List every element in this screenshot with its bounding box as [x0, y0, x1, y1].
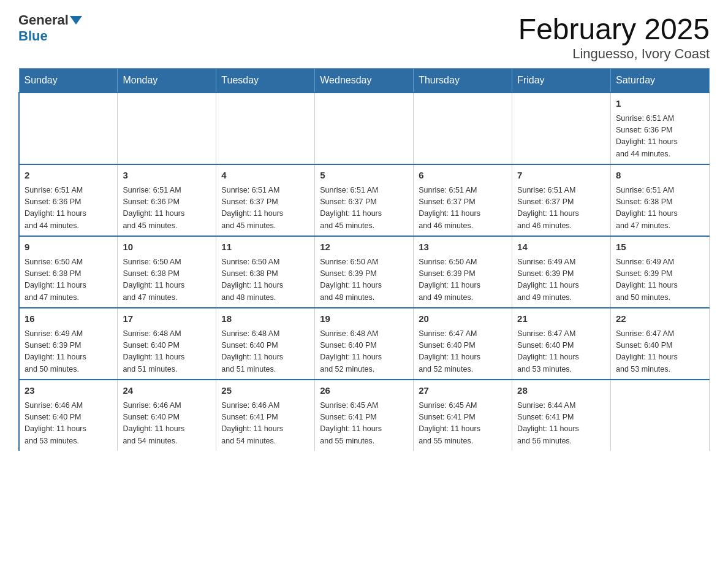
calendar-cell: 27Sunrise: 6:45 AM Sunset: 6:41 PM Dayli… [414, 380, 512, 451]
calendar-cell [512, 93, 611, 164]
calendar-cell [611, 380, 710, 451]
day-info: Sunrise: 6:48 AM Sunset: 6:40 PM Dayligh… [123, 328, 211, 376]
calendar-cell: 8Sunrise: 6:51 AM Sunset: 6:38 PM Daylig… [611, 164, 710, 236]
day-info: Sunrise: 6:47 AM Sunset: 6:40 PM Dayligh… [419, 328, 507, 376]
calendar-cell: 23Sunrise: 6:46 AM Sunset: 6:40 PM Dayli… [19, 380, 118, 451]
day-info: Sunrise: 6:46 AM Sunset: 6:40 PM Dayligh… [123, 400, 211, 448]
weekday-header-monday: Monday [118, 69, 216, 93]
day-info: Sunrise: 6:49 AM Sunset: 6:39 PM Dayligh… [517, 256, 605, 304]
calendar-cell: 20Sunrise: 6:47 AM Sunset: 6:40 PM Dayli… [414, 308, 512, 380]
day-number: 13 [419, 240, 507, 255]
day-info: Sunrise: 6:46 AM Sunset: 6:40 PM Dayligh… [25, 400, 112, 448]
location-label: Linguesso, Ivory Coast [518, 46, 710, 62]
day-info: Sunrise: 6:50 AM Sunset: 6:38 PM Dayligh… [123, 256, 211, 304]
weekday-header-saturday: Saturday [611, 69, 710, 93]
day-number: 7 [517, 169, 605, 183]
day-info: Sunrise: 6:44 AM Sunset: 6:41 PM Dayligh… [517, 400, 605, 448]
day-number: 27 [419, 384, 507, 398]
calendar-week-row: 16Sunrise: 6:49 AM Sunset: 6:39 PM Dayli… [19, 308, 710, 380]
day-info: Sunrise: 6:50 AM Sunset: 6:38 PM Dayligh… [25, 256, 112, 304]
calendar-cell: 28Sunrise: 6:44 AM Sunset: 6:41 PM Dayli… [512, 380, 611, 451]
calendar-cell [19, 93, 118, 164]
day-info: Sunrise: 6:51 AM Sunset: 6:36 PM Dayligh… [123, 185, 211, 232]
calendar-cell: 2Sunrise: 6:51 AM Sunset: 6:36 PM Daylig… [19, 164, 118, 236]
day-info: Sunrise: 6:50 AM Sunset: 6:39 PM Dayligh… [320, 256, 408, 304]
weekday-header-sunday: Sunday [19, 69, 118, 93]
calendar-cell: 24Sunrise: 6:46 AM Sunset: 6:40 PM Dayli… [118, 380, 216, 451]
day-info: Sunrise: 6:47 AM Sunset: 6:40 PM Dayligh… [616, 328, 704, 376]
day-number: 18 [221, 312, 309, 326]
calendar-header: SundayMondayTuesdayWednesdayThursdayFrid… [19, 69, 710, 93]
day-info: Sunrise: 6:45 AM Sunset: 6:41 PM Dayligh… [320, 400, 408, 448]
day-info: Sunrise: 6:51 AM Sunset: 6:36 PM Dayligh… [616, 113, 704, 161]
calendar-cell: 25Sunrise: 6:46 AM Sunset: 6:41 PM Dayli… [216, 380, 315, 451]
title-section: February 2025 Linguesso, Ivory Coast [518, 12, 710, 62]
calendar-cell [315, 93, 414, 164]
day-number: 3 [123, 169, 211, 183]
calendar-cell: 26Sunrise: 6:45 AM Sunset: 6:41 PM Dayli… [315, 380, 414, 451]
calendar-cell: 4Sunrise: 6:51 AM Sunset: 6:37 PM Daylig… [216, 164, 315, 236]
logo-general-text: General [18, 12, 69, 28]
calendar-cell: 15Sunrise: 6:49 AM Sunset: 6:39 PM Dayli… [611, 236, 710, 308]
calendar-week-row: 1Sunrise: 6:51 AM Sunset: 6:36 PM Daylig… [19, 93, 710, 164]
day-number: 8 [616, 169, 704, 183]
logo-arrow-icon [70, 16, 82, 25]
day-number: 22 [616, 312, 704, 326]
day-number: 9 [25, 240, 112, 255]
day-info: Sunrise: 6:51 AM Sunset: 6:37 PM Dayligh… [320, 185, 408, 232]
day-number: 4 [221, 169, 309, 183]
day-info: Sunrise: 6:51 AM Sunset: 6:38 PM Dayligh… [616, 185, 704, 232]
day-info: Sunrise: 6:47 AM Sunset: 6:40 PM Dayligh… [517, 328, 605, 376]
calendar-table: SundayMondayTuesdayWednesdayThursdayFrid… [18, 68, 710, 451]
day-number: 2 [25, 169, 112, 183]
calendar-cell: 19Sunrise: 6:48 AM Sunset: 6:40 PM Dayli… [315, 308, 414, 380]
logo-blue-text: Blue [18, 28, 48, 44]
day-number: 12 [320, 240, 408, 255]
day-number: 19 [320, 312, 408, 326]
calendar-cell: 12Sunrise: 6:50 AM Sunset: 6:39 PM Dayli… [315, 236, 414, 308]
weekday-header-wednesday: Wednesday [315, 69, 414, 93]
day-number: 14 [517, 240, 605, 255]
day-info: Sunrise: 6:50 AM Sunset: 6:39 PM Dayligh… [419, 256, 507, 304]
calendar-cell [118, 93, 216, 164]
day-info: Sunrise: 6:49 AM Sunset: 6:39 PM Dayligh… [616, 256, 704, 304]
calendar-cell: 21Sunrise: 6:47 AM Sunset: 6:40 PM Dayli… [512, 308, 611, 380]
page-header: General Blue February 2025 Linguesso, Iv… [18, 12, 710, 62]
day-number: 10 [123, 240, 211, 255]
calendar-cell: 7Sunrise: 6:51 AM Sunset: 6:37 PM Daylig… [512, 164, 611, 236]
calendar-cell: 9Sunrise: 6:50 AM Sunset: 6:38 PM Daylig… [19, 236, 118, 308]
day-number: 17 [123, 312, 211, 326]
calendar-cell: 18Sunrise: 6:48 AM Sunset: 6:40 PM Dayli… [216, 308, 315, 380]
weekday-header-thursday: Thursday [414, 69, 512, 93]
calendar-cell: 1Sunrise: 6:51 AM Sunset: 6:36 PM Daylig… [611, 93, 710, 164]
day-info: Sunrise: 6:51 AM Sunset: 6:37 PM Dayligh… [419, 185, 507, 232]
day-info: Sunrise: 6:51 AM Sunset: 6:37 PM Dayligh… [517, 185, 605, 232]
calendar-cell: 10Sunrise: 6:50 AM Sunset: 6:38 PM Dayli… [118, 236, 216, 308]
day-info: Sunrise: 6:51 AM Sunset: 6:37 PM Dayligh… [221, 185, 309, 232]
calendar-cell: 13Sunrise: 6:50 AM Sunset: 6:39 PM Dayli… [414, 236, 512, 308]
day-number: 5 [320, 169, 408, 183]
day-info: Sunrise: 6:46 AM Sunset: 6:41 PM Dayligh… [221, 400, 309, 448]
calendar-cell: 3Sunrise: 6:51 AM Sunset: 6:36 PM Daylig… [118, 164, 216, 236]
day-number: 11 [221, 240, 309, 255]
day-info: Sunrise: 6:49 AM Sunset: 6:39 PM Dayligh… [25, 328, 112, 376]
day-number: 25 [221, 384, 309, 398]
calendar-body: 1Sunrise: 6:51 AM Sunset: 6:36 PM Daylig… [19, 93, 710, 451]
calendar-week-row: 23Sunrise: 6:46 AM Sunset: 6:40 PM Dayli… [19, 380, 710, 451]
weekday-header-tuesday: Tuesday [216, 69, 315, 93]
calendar-cell: 17Sunrise: 6:48 AM Sunset: 6:40 PM Dayli… [118, 308, 216, 380]
calendar-cell: 6Sunrise: 6:51 AM Sunset: 6:37 PM Daylig… [414, 164, 512, 236]
day-info: Sunrise: 6:50 AM Sunset: 6:38 PM Dayligh… [221, 256, 309, 304]
weekday-header-row: SundayMondayTuesdayWednesdayThursdayFrid… [19, 69, 710, 93]
calendar-cell [216, 93, 315, 164]
calendar-cell [414, 93, 512, 164]
day-number: 26 [320, 384, 408, 398]
day-number: 6 [419, 169, 507, 183]
day-number: 20 [419, 312, 507, 326]
calendar-cell: 22Sunrise: 6:47 AM Sunset: 6:40 PM Dayli… [611, 308, 710, 380]
calendar-week-row: 9Sunrise: 6:50 AM Sunset: 6:38 PM Daylig… [19, 236, 710, 308]
calendar-cell: 16Sunrise: 6:49 AM Sunset: 6:39 PM Dayli… [19, 308, 118, 380]
day-info: Sunrise: 6:45 AM Sunset: 6:41 PM Dayligh… [419, 400, 507, 448]
day-number: 15 [616, 240, 704, 255]
day-info: Sunrise: 6:48 AM Sunset: 6:40 PM Dayligh… [221, 328, 309, 376]
